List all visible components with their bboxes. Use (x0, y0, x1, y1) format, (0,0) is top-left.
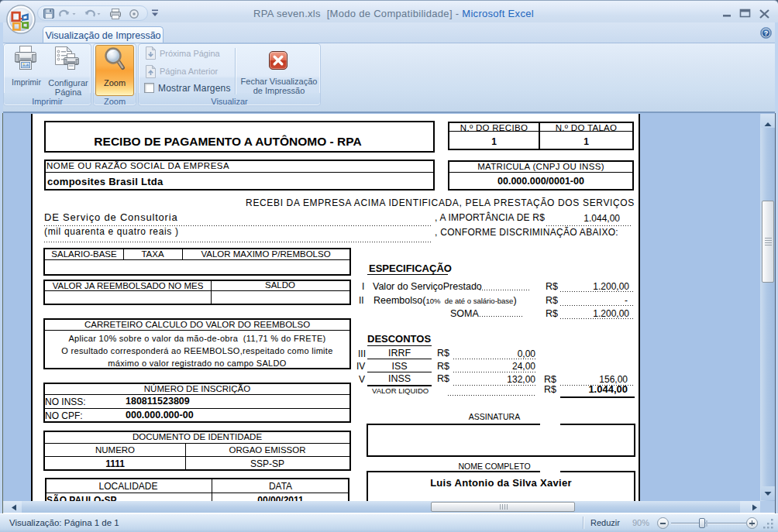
svg-text:?: ? (764, 29, 769, 37)
